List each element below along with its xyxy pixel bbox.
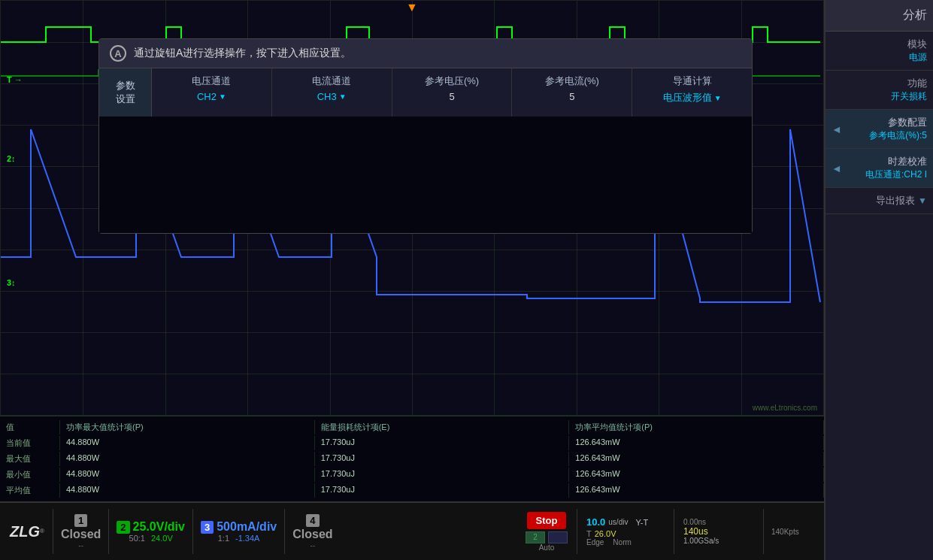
stats-avg-energy: 17.730uJ bbox=[315, 483, 570, 498]
sample-rate: 1.00GSa/s bbox=[683, 537, 719, 545]
offset-sub-label: 0.00ns bbox=[683, 518, 706, 526]
param-cols: 电压通道 CH2 ▼ 电流通道 CH3 bbox=[152, 68, 752, 117]
param-col-voltage[interactable]: 电压通道 CH2 ▼ bbox=[152, 68, 272, 117]
divider-5 bbox=[577, 509, 577, 554]
dialog-title: 通过旋钮A进行选择操作，按下进入相应设置。 bbox=[134, 47, 351, 60]
divider-7 bbox=[763, 509, 764, 554]
stop-button[interactable]: Stop bbox=[527, 512, 567, 529]
rp-timecal-label: 时差校准 bbox=[888, 155, 927, 168]
rp-params-label: 参数配置 bbox=[888, 116, 927, 129]
param-col-conduction-header: 导通计算 bbox=[673, 74, 712, 88]
param-col-conduction-value: 电压波形值 ▼ bbox=[663, 91, 722, 104]
right-panel: 分析 模块 电源 功能 开关损耗 ◄ 参数配置 参考电流(%):5 ◄ bbox=[824, 0, 933, 560]
param-col-ref-current-value: 5 bbox=[569, 91, 574, 102]
stats-row-min: 最小值 44.880W 17.730uJ 126.643mW bbox=[0, 467, 824, 483]
rp-item-params[interactable]: ◄ 参数配置 参考电流(%):5 bbox=[825, 110, 933, 149]
ch2-scale-block: 2 25.0V/div 50:1 24.0V bbox=[112, 520, 189, 543]
ch1-status: Closed bbox=[61, 528, 101, 541]
param-col-voltage-header: 电压通道 bbox=[192, 74, 231, 88]
waveform-display: ▼ T → 2↕ 3↕ A bbox=[0, 0, 824, 416]
param-col-ref-voltage-header: 参考电压(%) bbox=[425, 74, 479, 88]
param-col-ref-voltage-value: 5 bbox=[449, 91, 454, 102]
param-col-ref-voltage[interactable]: 参考电压(%) 5 bbox=[392, 68, 513, 117]
dialog-body: 参数 设置 电压通道 CH2 ▼ bbox=[99, 68, 752, 233]
param-col-conduction[interactable]: 导通计算 电压波形值 ▼ bbox=[632, 68, 752, 117]
stats-avg-power-avg: 126.643mW bbox=[569, 483, 824, 498]
rp-timecal-arrow: ◄ bbox=[832, 162, 842, 174]
rp-module-label: 模块 bbox=[907, 38, 927, 51]
stats-col-label: 值 bbox=[0, 420, 60, 434]
time-div-value: 10.0 bbox=[586, 516, 605, 528]
sample-points-label: 140Kpts bbox=[771, 528, 815, 536]
ch4-block: 4 Closed -- bbox=[288, 514, 337, 549]
stats-col-energy-header: 能量损耗统计项(E) bbox=[315, 420, 570, 434]
status-bar: ZLG® 1 Closed -- 2 25.0V/div 50:1 24.0V bbox=[0, 501, 824, 560]
stats-col-power-avg-header: 功率平均值统计项(P) bbox=[569, 420, 824, 434]
offset-label: T bbox=[586, 529, 592, 538]
ch3-number: 3 bbox=[201, 521, 214, 534]
stats-table: 值 功率最大值统计项(P) 能量损耗统计项(E) 功率平均值统计项(P) 当前值… bbox=[0, 416, 824, 501]
logo: ZLG® bbox=[10, 523, 44, 540]
ch1-number: 1 bbox=[74, 514, 87, 527]
rp-export-label: 导出报表 bbox=[876, 194, 915, 207]
yt-label: Y-T bbox=[635, 518, 648, 527]
scope-area: ▼ T → 2↕ 3↕ A bbox=[0, 0, 824, 560]
right-panel-bottom bbox=[825, 214, 933, 560]
stats-current-energy: 17.730uJ bbox=[315, 436, 570, 450]
stats-min-power-avg: 126.643mW bbox=[569, 468, 824, 482]
stats-row-max: 最大值 44.880W 17.730uJ 126.643mW bbox=[0, 451, 824, 467]
stats-label-avg: 平均值 bbox=[0, 483, 60, 498]
stats-min-power-max: 44.880W bbox=[60, 468, 315, 482]
rp-function-label: 功能 bbox=[907, 77, 927, 90]
ch3-marker: 3↕ bbox=[7, 278, 16, 287]
ch2-offset: 24.0V bbox=[151, 534, 173, 543]
divider-4 bbox=[284, 509, 285, 554]
ch2-ratio: 50:1 bbox=[129, 534, 145, 543]
rp-item-export[interactable]: 导出报表 ▼ bbox=[825, 188, 933, 214]
stats-label-min: 最小值 bbox=[0, 468, 60, 482]
ch4-sub: -- bbox=[310, 541, 316, 549]
ch2-indicator-bar: 2 bbox=[526, 531, 545, 543]
rp-timecal-value: 电压通道:CH2 I bbox=[865, 168, 927, 181]
ch2-scale: 25.0V/div bbox=[133, 520, 185, 534]
dialog-overlay: A 通过旋钮A进行选择操作，按下进入相应设置。 参数 设置 电压通道 CH2 bbox=[98, 38, 753, 234]
stop-btn-area: Stop 2 Auto bbox=[520, 512, 574, 552]
mem-depth: 140us bbox=[683, 526, 708, 537]
dialog-icon: A bbox=[110, 45, 126, 62]
stats-col-power-max-header: 功率最大值统计项(P) bbox=[60, 420, 315, 434]
main-container: ▼ T → 2↕ 3↕ A bbox=[0, 0, 933, 560]
divider-2 bbox=[108, 509, 109, 554]
stats-row-current: 当前值 44.880W 17.730uJ 126.643mW bbox=[0, 435, 824, 451]
rp-item-module[interactable]: 模块 电源 bbox=[825, 32, 933, 71]
stats-max-power-avg: 126.643mW bbox=[569, 452, 824, 466]
rp-function-value: 开关损耗 bbox=[891, 90, 927, 103]
stats-label-current: 当前值 bbox=[0, 436, 60, 450]
ch2-marker: 2↕ bbox=[7, 154, 16, 163]
ch3-offset: -1.34A bbox=[235, 534, 259, 543]
rp-export-arrow: ▼ bbox=[918, 195, 927, 206]
stats-max-power-max: 44.880W bbox=[60, 452, 315, 466]
time-div-unit: us/div bbox=[608, 518, 628, 526]
ch4-number: 4 bbox=[306, 514, 319, 527]
rp-item-timecal[interactable]: ◄ 时差校准 电压通道:CH2 I bbox=[825, 149, 933, 188]
param-col-ref-current-header: 参考电流(%) bbox=[545, 74, 599, 88]
dialog-content-area bbox=[99, 117, 752, 233]
norm-label: Norm bbox=[613, 538, 631, 546]
trig-level-value: 26.0V bbox=[595, 529, 616, 538]
param-col-voltage-value: CH2 ▼ bbox=[197, 91, 226, 102]
divider-3 bbox=[192, 509, 193, 554]
ch1-block: 1 Closed -- bbox=[56, 514, 105, 549]
ch2-number: 2 bbox=[117, 521, 129, 534]
stats-max-energy: 17.730uJ bbox=[315, 452, 570, 466]
stats-header-row: 值 功率最大值统计项(P) 能量损耗统计项(E) 功率平均值统计项(P) bbox=[0, 419, 824, 435]
watermark: www.eLtronics.com bbox=[753, 404, 817, 412]
stats-current-power-max: 44.880W bbox=[60, 436, 315, 450]
rp-params-arrow: ◄ bbox=[832, 123, 842, 135]
param-col-ref-current[interactable]: 参考电流(%) 5 bbox=[512, 68, 632, 117]
stats-row-avg: 平均值 44.880W 17.730uJ 126.643mW bbox=[0, 483, 824, 498]
ch2-bar2 bbox=[548, 531, 568, 543]
param-col-current[interactable]: 电流通道 CH3 ▼ bbox=[272, 68, 392, 117]
rp-item-function[interactable]: 功能 开关损耗 bbox=[825, 71, 933, 110]
divider-6 bbox=[674, 509, 674, 554]
param-col-current-header: 电流通道 bbox=[312, 74, 351, 88]
